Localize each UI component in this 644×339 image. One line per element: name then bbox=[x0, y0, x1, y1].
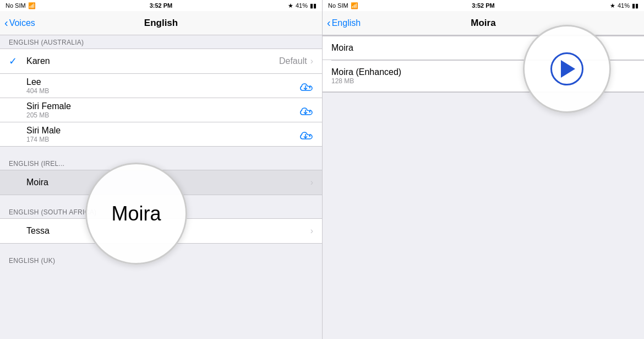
left-back-chevron: ‹ bbox=[4, 17, 8, 28]
gap-1 bbox=[0, 147, 322, 157]
australia-header: ENGLISH (AUSTRALIA) bbox=[0, 35, 322, 49]
left-magnify-text: Moira bbox=[111, 202, 161, 225]
siri-male-checkmark: ✓ bbox=[9, 128, 20, 141]
left-status-left: No SIM 📶 bbox=[6, 2, 36, 9]
left-no-sim: No SIM bbox=[6, 2, 26, 9]
siri-female-text: Siri Female 205 MB bbox=[26, 101, 298, 119]
left-back-button[interactable]: ‹ Voices bbox=[4, 18, 35, 28]
siri-male-text: Siri Male 174 MB bbox=[26, 126, 298, 143]
lee-sub: 404 MB bbox=[26, 87, 298, 95]
karen-checkmark: ✓ bbox=[9, 55, 20, 67]
right-moira-text: Moira bbox=[331, 43, 353, 53]
left-bt-icon: ★ bbox=[288, 2, 293, 9]
left-nav-bar: ‹ Voices English bbox=[0, 11, 322, 35]
list-item-siri-male[interactable]: ✓ Siri Male 174 MB bbox=[0, 122, 322, 146]
left-time: 3:52 PM bbox=[150, 2, 173, 9]
right-nav-bar: ‹ English Moira bbox=[323, 11, 644, 35]
left-phone-panel: No SIM 📶 3:52 PM ★ 41% ▮▮ ‹ Voices Engli… bbox=[0, 0, 322, 339]
left-status-right: ★ 41% ▮▮ bbox=[288, 2, 316, 9]
right-bt-icon: ★ bbox=[610, 2, 615, 9]
karen-text: Karen bbox=[26, 56, 279, 66]
left-battery-icon: ▮▮ bbox=[310, 2, 316, 9]
right-back-chevron: ‹ bbox=[327, 17, 331, 28]
right-no-sim: No SIM bbox=[328, 2, 348, 9]
left-battery: 41% bbox=[296, 2, 308, 9]
karen-default: Default bbox=[279, 56, 307, 66]
lee-download[interactable] bbox=[298, 78, 313, 94]
right-time: 3:52 PM bbox=[472, 2, 495, 9]
siri-female-sub: 205 MB bbox=[26, 111, 298, 119]
tessa-right: › bbox=[310, 226, 313, 236]
right-content-area bbox=[323, 93, 644, 339]
right-phone-panel: No SIM 📶 3:52 PM ★ 41% ▮▮ ‹ English Moir… bbox=[322, 0, 644, 339]
right-back-button[interactable]: ‹ English bbox=[327, 18, 361, 28]
moira-chevron: › bbox=[310, 177, 313, 187]
cloud-download-icon-siri-male bbox=[298, 127, 313, 142]
right-moira-enhanced-sub: 128 MB bbox=[331, 77, 401, 85]
australia-list: ✓ Karen Default › ✓ Lee 404 MB bbox=[0, 49, 322, 147]
siri-female-download[interactable] bbox=[298, 103, 313, 118]
left-nav-title: English bbox=[144, 18, 178, 29]
tessa-checkmark: ✓ bbox=[9, 225, 20, 237]
left-wifi-icon: 📶 bbox=[28, 2, 36, 9]
left-status-bar: No SIM 📶 3:52 PM ★ 41% ▮▮ bbox=[0, 0, 322, 11]
list-item-siri-female[interactable]: ✓ Siri Female 205 MB bbox=[0, 98, 322, 122]
right-wifi-icon: 📶 bbox=[351, 2, 358, 9]
play-button[interactable] bbox=[550, 52, 583, 85]
cloud-download-icon-siri-female bbox=[298, 103, 313, 118]
right-status-right: ★ 41% ▮▮ bbox=[610, 2, 638, 9]
play-triangle-icon bbox=[561, 60, 575, 78]
right-back-label: English bbox=[332, 18, 361, 28]
right-battery-icon: ▮▮ bbox=[632, 2, 638, 9]
karen-name: Karen bbox=[26, 56, 279, 66]
right-moira-name: Moira bbox=[331, 43, 353, 53]
moira-right: › bbox=[310, 177, 313, 187]
right-moira-enhanced-name: Moira (Enhanced) bbox=[331, 67, 401, 77]
right-nav-title: Moira bbox=[471, 18, 495, 29]
siri-female-name: Siri Female bbox=[26, 101, 298, 111]
right-magnify-circle bbox=[523, 25, 611, 113]
lee-name: Lee bbox=[26, 77, 298, 87]
karen-right: Default › bbox=[279, 56, 313, 66]
karen-chevron: › bbox=[310, 56, 313, 66]
australia-section: ENGLISH (AUSTRALIA) ✓ Karen Default › ✓ bbox=[0, 35, 322, 147]
siri-female-checkmark: ✓ bbox=[9, 104, 20, 116]
right-status-bar: No SIM 📶 3:52 PM ★ 41% ▮▮ bbox=[323, 0, 644, 11]
lee-text: Lee 404 MB bbox=[26, 77, 298, 95]
left-magnify-circle: Moira bbox=[85, 163, 187, 265]
ireland-header: ENGLISH (IREL... bbox=[0, 157, 322, 170]
list-item-karen[interactable]: ✓ Karen Default › bbox=[0, 49, 322, 73]
left-back-label: Voices bbox=[9, 18, 35, 28]
lee-checkmark: ✓ bbox=[9, 80, 20, 92]
siri-male-sub: 174 MB bbox=[26, 136, 298, 143]
tessa-chevron: › bbox=[310, 226, 313, 236]
list-item-lee[interactable]: ✓ Lee 404 MB bbox=[0, 73, 322, 98]
right-battery: 41% bbox=[618, 2, 630, 9]
right-moira-enhanced-text: Moira (Enhanced) 128 MB bbox=[331, 67, 401, 85]
moira-checkmark: ✓ bbox=[9, 176, 20, 189]
right-status-left: No SIM 📶 bbox=[328, 2, 358, 9]
siri-male-download[interactable] bbox=[298, 127, 313, 142]
cloud-download-icon-lee bbox=[298, 78, 313, 94]
siri-male-name: Siri Male bbox=[26, 126, 298, 136]
